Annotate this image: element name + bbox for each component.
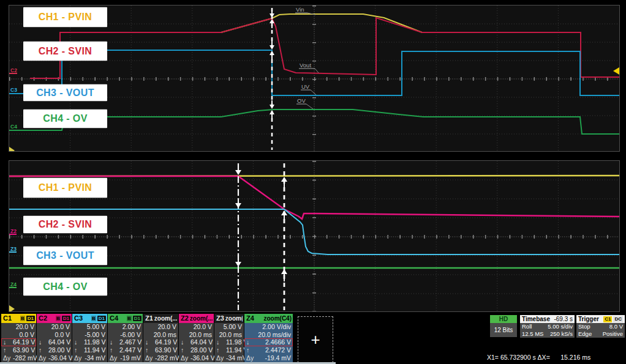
delta-y-icon: Δy — [181, 354, 190, 362]
down-arrow-icon: ↓ — [74, 338, 84, 346]
marker-z3: Z3 — [10, 246, 17, 252]
down-arrow-icon: ↓ — [181, 338, 190, 346]
zoom-box-z2[interactable]: Z2zoom(... 20.0 V 20.0 ms ↓64.04 V ↑28.0… — [179, 314, 214, 362]
channel-box-c4[interactable]: C4BD1 2.00 V -6.00 V ↓2.467 V ↑2.447 V Δ… — [108, 314, 143, 362]
hd-mode-box[interactable]: HD 12 Bits — [490, 315, 517, 337]
grid-center-axes — [9, 6, 619, 151]
bits-label: 12 Bits — [490, 323, 517, 337]
delta-y-icon: Δy — [39, 354, 48, 362]
badge-d1: D1 — [26, 316, 35, 321]
trigger-level-marker[interactable] — [613, 67, 619, 75]
trigger-coupling-badge: DC — [613, 316, 623, 322]
oscilloscope-screen: Vin Vout UV OV C2 C3 C4 — [0, 0, 626, 364]
label-ch1-pvin: CH1 - PVIN — [23, 7, 107, 28]
up-arrow-icon: ↑ — [39, 346, 48, 354]
badge-d1: D1 — [62, 316, 70, 321]
label-ch1-pvin: CH1 - PVIN — [23, 178, 107, 198]
badge-b: B — [91, 316, 96, 321]
cursor-readout: X1= 65.732900 s ΔX= 15.216 ms X2= 65.748… — [487, 340, 590, 364]
down-arrow-icon: ↓ — [3, 338, 13, 346]
trigger-source-badge: C1 — [603, 316, 612, 322]
marker-c3: C3 — [10, 87, 17, 93]
trigger-time-marker[interactable] — [9, 147, 15, 151]
delta-y-icon: Δy — [3, 354, 13, 362]
up-arrow-icon: ↑ — [216, 346, 226, 354]
up-arrow-icon: ↑ — [145, 346, 155, 354]
badge-b: B — [56, 316, 61, 321]
label-ch4-ov: CH4 - OV — [23, 278, 107, 296]
marker-z4: Z4 — [10, 281, 17, 288]
badge-b: B — [127, 316, 132, 321]
channel-box-c1[interactable]: C1BD1 20.0 V 0.0 V ↓64.19 V ↑63.90 V Δy-… — [1, 314, 36, 362]
annotation-uv: UV — [301, 83, 310, 90]
up-arrow-icon: ↑ — [3, 346, 13, 354]
badge-b: B — [20, 316, 25, 321]
annotation-ov: OV — [297, 97, 306, 104]
cursor-x2-line[interactable] — [281, 163, 287, 310]
top-waveform-plot: Vin Vout UV OV C2 C3 C4 — [9, 6, 619, 151]
cursor-x1-line[interactable] — [235, 163, 241, 310]
down-arrow-icon: ↓ — [246, 338, 256, 346]
label-ch2-svin: CH2 - SVIN — [23, 216, 107, 234]
down-arrow-icon: ↓ — [145, 338, 155, 346]
cursor-x1-readout: X1= 65.732900 s ΔX= 15.216 ms — [487, 354, 590, 362]
down-arrow-icon: ↓ — [39, 338, 48, 346]
zoom-box-z4-selected[interactable]: Z4zoom(C4) 2.00 V/div 20.0 ms/div ↓2.466… — [244, 314, 293, 362]
annotation-vin: Vin — [296, 6, 304, 13]
label-ch2-svin: CH2 - SVIN — [23, 42, 107, 61]
delta-y-icon: Δy — [246, 354, 256, 362]
channel-box-c2[interactable]: C2BD1 20.0 V 0.0 V ↓64.04 V ↑28.00 V Δy-… — [37, 314, 72, 362]
label-ch4-ov: CH4 - OV — [23, 110, 107, 128]
delta-y-icon: Δy — [216, 354, 226, 362]
up-arrow-icon: ↑ — [181, 346, 190, 354]
badge-d1: D1 — [133, 316, 141, 321]
marker-c2: C2 — [10, 67, 17, 73]
label-ch3-vout: CH3 - VOUT — [23, 247, 107, 266]
up-arrow-icon: ↑ — [110, 346, 119, 354]
trace-ch1-pvin — [30, 14, 619, 78]
add-trace-button[interactable]: + — [298, 316, 333, 363]
marker-c4: C4 — [10, 124, 17, 130]
timebase-box[interactable]: Timebase-69.3 s Roll5.00 s/div 12.5 MS25… — [520, 315, 575, 338]
trigger-time-marker[interactable] — [9, 305, 15, 311]
delta-y-icon: Δy — [74, 354, 84, 362]
badge-d1: D1 — [97, 316, 106, 321]
up-arrow-icon: ↑ — [246, 346, 256, 354]
top-waveform-panel[interactable]: Vin Vout UV OV C2 C3 C4 — [9, 5, 620, 152]
trace-ch2-svin — [30, 18, 619, 78]
label-ch3-vout: CH3 - VOUT — [23, 84, 107, 102]
down-arrow-icon: ↓ — [110, 338, 119, 346]
up-arrow-icon: ↑ — [74, 346, 84, 354]
zoom-waveform-panel[interactable]: Z2 Z3 Z4 CH1 - PVIN CH2 - SVIN CH3 - VOU… — [9, 160, 620, 312]
marker-z2: Z2 — [10, 228, 17, 234]
delta-y-icon: Δy — [145, 354, 155, 362]
zoom-box-z3[interactable]: Z3zoom(... 5.00 V 20.0 ms ↓11.98 V ↑11.9… — [214, 314, 244, 362]
annotation-vout: Vout — [300, 62, 311, 69]
hd-badge: HD — [490, 315, 517, 323]
down-arrow-icon: ↓ — [216, 338, 226, 346]
delta-y-icon: Δy — [110, 354, 119, 362]
zoom-box-z1[interactable]: Z1zoom(... 20.0 V 20.0 ms ↓64.19 V ↑63.9… — [143, 314, 178, 362]
trigger-box[interactable]: TriggerC1DC Stop8.0 V EdgePositive — [576, 315, 625, 338]
channel-box-c3[interactable]: C3BD1 5.00 V -5.00 V ↓11.98 V ↑11.94 V Δ… — [72, 314, 107, 362]
